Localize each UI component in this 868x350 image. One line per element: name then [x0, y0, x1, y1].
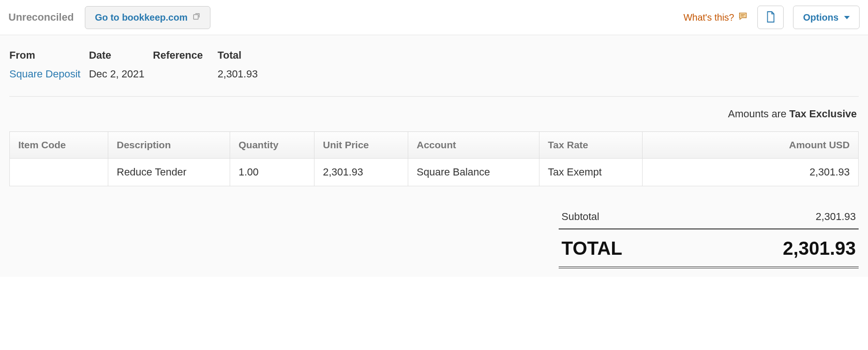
total-label: TOTAL [561, 238, 622, 259]
line-items-table: Item Code Description Quantity Unit Pric… [9, 131, 859, 186]
whats-this-link[interactable]: What's this? [683, 11, 748, 24]
cell-description: Reduce Tender [108, 159, 230, 186]
cell-item-code [10, 159, 108, 186]
speech-bubble-icon [738, 11, 748, 24]
meta-col-reference: Reference [153, 49, 209, 80]
table-row: Reduce Tender 1.00 2,301.93 Square Balan… [10, 159, 859, 186]
meta-value-date: Dec 2, 2021 [89, 68, 145, 80]
header-unit-price: Unit Price [314, 132, 408, 159]
header-amount: Amount USD [643, 132, 859, 159]
header-tax-rate: Tax Rate [539, 132, 643, 159]
top-bar: Unreconciled Go to bookkeep.com What's t… [0, 0, 868, 35]
cell-account: Square Balance [408, 159, 539, 186]
meta-col-from: From Square Deposit [9, 49, 81, 80]
external-link-icon [192, 12, 201, 23]
header-description: Description [108, 132, 230, 159]
header-item-code: Item Code [10, 132, 108, 159]
header-quantity: Quantity [230, 132, 314, 159]
meta-header-reference: Reference [153, 49, 209, 61]
header-account: Account [408, 132, 539, 159]
table-header-row: Item Code Description Quantity Unit Pric… [10, 132, 859, 159]
whats-this-label: What's this? [683, 12, 734, 23]
meta-header-from: From [9, 49, 81, 61]
cell-unit-price: 2,301.93 [314, 159, 408, 186]
amounts-note: Amounts are Tax Exclusive [9, 97, 859, 131]
top-right: What's this? Options [683, 6, 860, 29]
from-link[interactable]: Square Deposit [9, 68, 81, 80]
options-label: Options [803, 12, 838, 23]
content-area: From Square Deposit Date Dec 2, 2021 Ref… [0, 35, 868, 277]
bookkeep-label: Go to bookkeep.com [95, 12, 187, 23]
meta-header-total: Total [217, 49, 258, 61]
status-label: Unreconciled [8, 11, 74, 23]
meta-value-total: 2,301.93 [217, 68, 258, 80]
total-row: TOTAL 2,301.93 [559, 229, 859, 267]
options-button[interactable]: Options [793, 6, 860, 29]
subtotal-label: Subtotal [561, 211, 599, 223]
meta-row: From Square Deposit Date Dec 2, 2021 Ref… [9, 49, 859, 97]
subtotal-row: Subtotal 2,301.93 [559, 205, 859, 229]
amounts-note-prefix: Amounts are [728, 108, 789, 120]
cell-tax-rate: Tax Exempt [539, 159, 643, 186]
svg-rect-0 [194, 15, 198, 19]
meta-col-date: Date Dec 2, 2021 [89, 49, 145, 80]
top-left: Unreconciled Go to bookkeep.com [8, 6, 210, 29]
amounts-note-emphasis: Tax Exclusive [789, 108, 857, 120]
chevron-down-icon [844, 16, 850, 19]
file-icon [765, 11, 776, 24]
cell-quantity: 1.00 [230, 159, 314, 186]
file-button[interactable] [757, 6, 784, 29]
meta-col-total: Total 2,301.93 [217, 49, 258, 80]
total-value: 2,301.93 [783, 238, 856, 259]
totals-section: Subtotal 2,301.93 TOTAL 2,301.93 [559, 205, 859, 267]
cell-amount: 2,301.93 [643, 159, 859, 186]
subtotal-value: 2,301.93 [816, 211, 856, 223]
go-to-bookkeep-button[interactable]: Go to bookkeep.com [85, 6, 210, 29]
meta-header-date: Date [89, 49, 145, 61]
